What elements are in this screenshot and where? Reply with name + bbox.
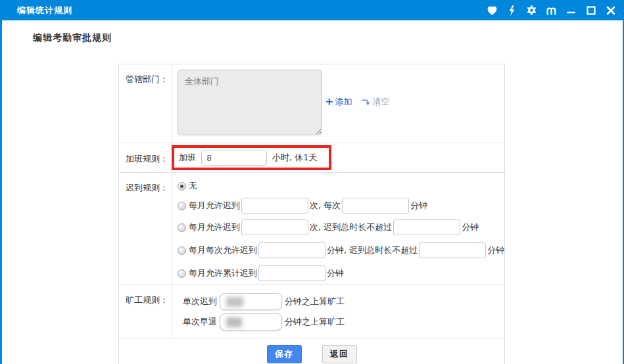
clear-departments-link[interactable]: 清空 xyxy=(361,96,389,108)
add-department-link[interactable]: +添加 xyxy=(325,96,352,108)
late-total-minutes-input[interactable] xyxy=(393,219,460,235)
close-icon[interactable] xyxy=(605,5,616,16)
absent-early-prefix: 单次早退 xyxy=(183,316,217,328)
overtime-content: 加班 小时, 休1天 xyxy=(172,143,504,172)
late-option-cumulative[interactable]: 每月允许累计迟到 分钟 xyxy=(178,265,506,282)
gear-icon[interactable] xyxy=(526,5,537,16)
overtime-suffix: 小时, 休1天 xyxy=(272,152,318,164)
page-title: 编辑考勤审批规则 xyxy=(33,32,112,44)
department-content: 全体部门 +添加 清空 xyxy=(172,64,504,143)
late-each-minutes-input[interactable] xyxy=(342,198,409,214)
radio-times-each[interactable] xyxy=(178,202,186,210)
row-overtime: 加班规则： 加班 小时, 休1天 xyxy=(119,143,504,173)
radio-cumulative[interactable] xyxy=(178,269,186,278)
absent-early-input-wrap xyxy=(220,313,282,330)
department-links: +添加 清空 xyxy=(325,96,389,108)
absent-late-prefix: 单次迟到 xyxy=(183,296,217,307)
book-icon[interactable] xyxy=(546,5,557,16)
absent-early-line: 单次早退 分钟之上算旷工 xyxy=(183,313,504,330)
minimize-icon[interactable] xyxy=(565,5,577,16)
row-department: 管辖部门： 全体部门 +添加 清空 xyxy=(119,64,504,143)
option-text: 每月每次允许迟到 xyxy=(189,244,257,256)
add-link-label: 添加 xyxy=(335,96,352,108)
heart-icon[interactable] xyxy=(487,5,498,16)
row-buttons: 保存 返回 xyxy=(119,338,504,364)
row-late: 迟到规则： 无 每月允许迟到 次, 每次 分钟 xyxy=(119,173,504,285)
titlebar: 编辑统计规则 xyxy=(0,0,624,20)
option-text: 次, 迟到总时长不超过 xyxy=(310,221,392,233)
option-text: 分钟 xyxy=(462,221,479,233)
radio-none[interactable] xyxy=(178,182,186,191)
save-button[interactable]: 保存 xyxy=(267,345,302,363)
late-option-none[interactable]: 无 xyxy=(178,179,506,193)
window-title: 编辑统计规则 xyxy=(17,5,72,16)
plus-icon: + xyxy=(325,97,333,107)
option-text: 分钟 xyxy=(327,267,344,279)
late-times-input[interactable] xyxy=(241,198,308,214)
radio-times-total[interactable] xyxy=(178,223,186,232)
department-textarea[interactable]: 全体部门 xyxy=(178,70,322,135)
absent-late-line: 单次迟到 分钟之上算旷工 xyxy=(183,293,504,310)
rules-form-table: 管辖部门： 全体部门 +添加 清空 加班规则： xyxy=(118,64,505,364)
absent-label: 旷工规则： xyxy=(119,285,172,338)
late-each-allow-minutes-input[interactable] xyxy=(258,242,325,258)
late-option-times-each[interactable]: 每月允许迟到 次, 每次 分钟 xyxy=(178,197,506,214)
clear-arrow-icon xyxy=(361,97,370,106)
late-option-times-total[interactable]: 每月允许迟到 次, 迟到总时长不超过 分钟 xyxy=(178,219,506,236)
option-text: 每月允许迟到 xyxy=(189,200,240,212)
late-content: 无 每月允许迟到 次, 每次 分钟 每月允许迟到 次, 迟到总 xyxy=(172,173,506,284)
maximize-icon[interactable] xyxy=(585,5,596,16)
absent-late-minutes-input[interactable] xyxy=(220,294,281,309)
overtime-prefix: 加班 xyxy=(179,152,196,164)
option-text: 分钟 xyxy=(410,200,427,212)
late-cumulative-minutes-input[interactable] xyxy=(258,265,325,281)
option-text: 次, 每次 xyxy=(310,200,341,212)
back-button[interactable]: 返回 xyxy=(322,345,357,363)
late-option-each-total[interactable]: 每月每次允许迟到 分钟, 迟到总时长不超过 分钟 xyxy=(178,242,506,259)
option-text: 每月允许累计迟到 xyxy=(189,267,257,279)
overtime-hours-input[interactable] xyxy=(201,150,267,166)
late-label: 迟到规则： xyxy=(119,173,172,284)
option-text: 分钟 xyxy=(487,244,504,256)
absent-early-minutes-input[interactable] xyxy=(220,314,281,330)
absent-late-input-wrap xyxy=(220,293,282,310)
radio-each-total[interactable] xyxy=(178,246,186,255)
row-absent: 旷工规则： 单次迟到 分钟之上算旷工 单次早退 xyxy=(119,285,504,338)
window-left-border xyxy=(0,20,2,364)
edit-rules-window: 编辑统计规则 xyxy=(0,0,624,364)
department-label: 管辖部门： xyxy=(119,64,172,143)
titlebar-icons xyxy=(487,5,616,16)
overtime-label: 加班规则： xyxy=(119,143,172,172)
option-text: 每月允许迟到 xyxy=(189,221,240,233)
option-text: 分钟, 迟到总时长不超过 xyxy=(327,244,418,256)
late-total-minutes-input-2[interactable] xyxy=(419,242,486,258)
absent-early-suffix: 分钟之上算旷工 xyxy=(285,316,345,328)
lightning-icon[interactable] xyxy=(506,5,517,16)
late-times-input-2[interactable] xyxy=(241,219,308,235)
late-option-none-label: 无 xyxy=(189,180,197,192)
absent-late-suffix: 分钟之上算旷工 xyxy=(285,296,345,307)
absent-content: 单次迟到 分钟之上算旷工 单次早退 分钟之上算旷工 xyxy=(172,285,504,338)
clear-link-label: 清空 xyxy=(372,96,389,108)
